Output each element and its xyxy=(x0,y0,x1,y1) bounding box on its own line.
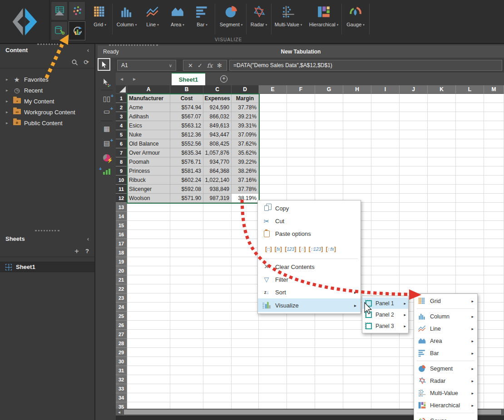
row-header-10[interactable]: 10 xyxy=(116,176,127,185)
multi-select-tool-button[interactable] xyxy=(98,78,116,87)
cell-C35[interactable] xyxy=(203,402,232,409)
cell-D1[interactable]: Margin xyxy=(232,94,259,103)
cell-I11[interactable] xyxy=(371,185,400,194)
row-header-7[interactable]: 7 xyxy=(116,148,127,157)
cell-C5[interactable]: 943,447 xyxy=(203,130,232,139)
row-header-25[interactable]: 25 xyxy=(116,312,127,321)
cell-K3[interactable] xyxy=(428,112,456,121)
cell-C21[interactable] xyxy=(203,275,232,284)
cell-J19[interactable] xyxy=(400,257,428,266)
ai-assist-icon[interactable]: ✻ xyxy=(217,63,222,68)
cell-K5[interactable] xyxy=(428,130,456,139)
cell-C33[interactable] xyxy=(203,384,232,393)
cell-K8[interactable] xyxy=(428,157,456,166)
cell-L7[interactable] xyxy=(456,148,484,157)
row-header-2[interactable]: 2 xyxy=(116,103,127,112)
cell-D19[interactable] xyxy=(232,257,259,266)
cell-C19[interactable] xyxy=(203,257,232,266)
cell-H6[interactable] xyxy=(343,139,371,148)
menu-item-cut[interactable]: ✂ Cut xyxy=(258,215,361,227)
cell-D13[interactable] xyxy=(232,203,259,212)
cell-G34[interactable] xyxy=(315,393,343,402)
cell-B20[interactable] xyxy=(170,266,203,275)
cell-I18[interactable] xyxy=(371,248,400,257)
cell-J11[interactable] xyxy=(400,185,428,194)
cell-H29[interactable] xyxy=(343,348,371,357)
cell-I3[interactable] xyxy=(371,112,400,121)
paste-values-formatting-icon[interactable]: [∷123] xyxy=(309,245,323,252)
submenu-item-radar[interactable]: Radar ▸ xyxy=(414,375,477,387)
cell-B34[interactable] xyxy=(170,393,203,402)
sidebar-item-my-content[interactable]: ▸ ● My Content xyxy=(0,96,94,107)
cell-G10[interactable] xyxy=(315,176,343,185)
cell-D35[interactable] xyxy=(232,402,259,409)
cell-G1[interactable] xyxy=(315,94,343,103)
ribbon-area-button[interactable]: Area xyxy=(165,4,190,34)
ribbon-column-button[interactable]: Column xyxy=(114,4,140,34)
cell-D2[interactable]: 37.78% xyxy=(232,103,259,112)
cell-D25[interactable] xyxy=(232,312,259,321)
cell-J16[interactable] xyxy=(400,230,428,239)
cell-I7[interactable] xyxy=(371,148,400,157)
cell-A22[interactable] xyxy=(127,284,170,293)
cell-A21[interactable] xyxy=(127,275,170,284)
cell-B25[interactable] xyxy=(170,312,203,321)
cell-L22[interactable] xyxy=(456,284,484,293)
cell-A9[interactable]: Princess xyxy=(127,166,170,176)
cell-D21[interactable] xyxy=(232,275,259,284)
cell-D18[interactable] xyxy=(232,248,259,257)
cell-I14[interactable] xyxy=(371,212,400,221)
cell-I4[interactable] xyxy=(371,121,400,130)
cell-A29[interactable] xyxy=(127,348,170,357)
ribbon-line-button[interactable]: Line xyxy=(141,4,164,34)
cell-I10[interactable] xyxy=(371,176,400,185)
cell-C24[interactable] xyxy=(203,303,232,312)
cell-H33[interactable] xyxy=(343,384,371,393)
cell-D24[interactable] xyxy=(232,303,259,312)
cell-I30[interactable] xyxy=(371,357,400,366)
cell-C3[interactable]: 866,032 xyxy=(203,112,232,121)
accept-entry-icon[interactable]: ✓ xyxy=(198,63,203,68)
cell-M32[interactable] xyxy=(484,375,504,384)
cell-M34[interactable] xyxy=(484,393,504,402)
cell-D28[interactable] xyxy=(232,339,259,348)
collapse-panel-icon[interactable]: ‹ xyxy=(87,47,89,54)
cell-C12[interactable]: 987,319 xyxy=(203,194,232,203)
cell-K22[interactable] xyxy=(428,284,456,293)
sidebar-item-public-content[interactable]: ▸ ⊕ Public Content xyxy=(0,117,94,128)
submenu-item-panel-2[interactable]: Panel 2 ▸ xyxy=(362,309,408,320)
cell-I34[interactable] xyxy=(371,393,400,402)
select-tool-button[interactable] xyxy=(98,58,110,71)
cell-D9[interactable]: 38.26% xyxy=(232,166,259,176)
cell-E10[interactable] xyxy=(259,176,287,185)
cell-H31[interactable] xyxy=(343,366,371,375)
cell-G33[interactable] xyxy=(315,384,343,393)
ribbon-multi-button[interactable]: Multi-Value xyxy=(272,4,305,34)
cell-E3[interactable] xyxy=(259,112,287,121)
refresh-icon[interactable]: ⟳ xyxy=(84,59,89,65)
cell-F1[interactable] xyxy=(287,94,315,103)
cell-J20[interactable] xyxy=(400,266,428,275)
cell-A13[interactable] xyxy=(127,203,170,212)
cell-M24[interactable] xyxy=(484,303,504,312)
cell-G5[interactable] xyxy=(315,130,343,139)
cell-B11[interactable]: $592.08 xyxy=(170,185,203,194)
ribbon-gauge-button[interactable]: Gauge xyxy=(343,4,368,34)
cell-L17[interactable] xyxy=(456,239,484,248)
cell-J4[interactable] xyxy=(400,121,428,130)
cell-C29[interactable] xyxy=(203,348,232,357)
cell-F31[interactable] xyxy=(287,366,315,375)
cell-K17[interactable] xyxy=(428,239,456,248)
menu-item-copy[interactable]: Copy xyxy=(258,202,361,215)
cell-G4[interactable] xyxy=(315,121,343,130)
row-header-32[interactable]: 32 xyxy=(116,375,127,384)
cell-I32[interactable] xyxy=(371,375,400,384)
cell-B33[interactable] xyxy=(170,384,203,393)
cell-B18[interactable] xyxy=(170,248,203,257)
cell-G35[interactable] xyxy=(315,402,343,409)
cell-M18[interactable] xyxy=(484,248,504,257)
column-header-M[interactable]: M xyxy=(484,85,504,94)
insert-function-icon[interactable]: fx xyxy=(207,63,212,68)
cell-M20[interactable] xyxy=(484,266,504,275)
cell-I8[interactable] xyxy=(371,157,400,166)
